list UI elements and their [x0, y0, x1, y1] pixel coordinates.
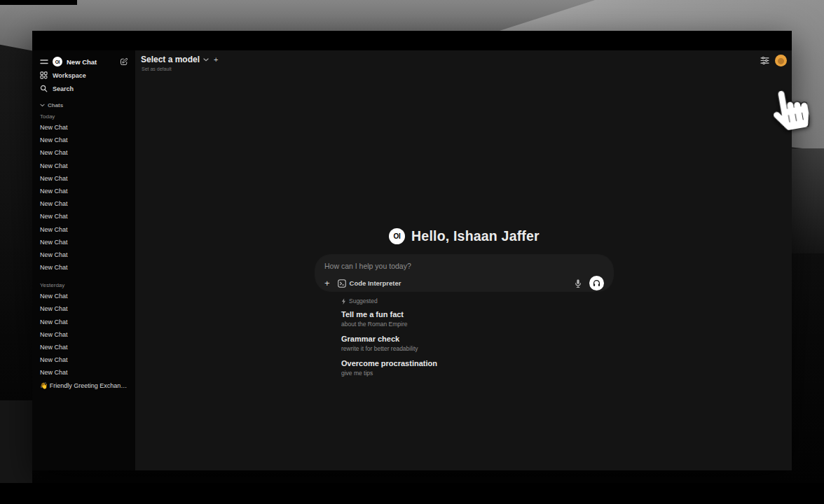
add-model-button[interactable]: + — [214, 56, 218, 64]
sidebar: OI New Chat Workspace — [32, 50, 135, 470]
suggested-list: Tell me a fun fact about the Roman Empir… — [341, 310, 613, 377]
chevron-down-icon — [40, 104, 45, 107]
chat-group-yesterday: Yesterday New ChatNew ChatNew ChatNew Ch… — [32, 278, 135, 392]
sidebar-item-search[interactable]: Search — [32, 82, 135, 95]
chat-list: New ChatNew ChatNew ChatNew ChatNew Chat… — [32, 121, 135, 274]
sidebar-item-workspace[interactable]: Workspace — [32, 69, 135, 82]
chat-group-label: Yesterday — [32, 278, 135, 290]
topbar-right — [760, 55, 787, 66]
user-avatar[interactable] — [775, 55, 787, 66]
chat-item[interactable]: New Chat — [32, 261, 135, 274]
home-content: OI Hello, Ishaan Jaffer How can I help y… — [315, 228, 613, 384]
chat-item[interactable]: 👋 Friendly Greeting Exchange — [32, 379, 135, 392]
set-as-default-button[interactable]: Set as default — [142, 66, 172, 71]
code-interpreter-label: Code Interpreter — [350, 279, 401, 287]
bolt-icon — [341, 298, 346, 304]
controls-button[interactable] — [760, 57, 769, 64]
suggested-prompt[interactable]: Tell me a fun fact about the Roman Empir… — [341, 310, 613, 328]
voice-input-button[interactable] — [575, 279, 582, 288]
chat-item[interactable]: New Chat — [32, 121, 135, 134]
chat-group-label: Today — [32, 109, 135, 121]
chat-item[interactable]: New Chat — [32, 354, 135, 366]
suggested-prompt-subtitle: rewrite it for better readability — [341, 344, 613, 353]
terminal-icon — [338, 279, 346, 288]
chat-item[interactable]: New Chat — [32, 248, 135, 261]
attach-button[interactable]: + — [324, 279, 330, 288]
topbar: Select a model + Set as default — [135, 50, 792, 71]
chat-item[interactable]: New Chat — [32, 185, 135, 197]
chat-item[interactable]: New Chat — [32, 328, 135, 341]
greeting: OI Hello, Ishaan Jaffer — [315, 228, 613, 244]
sidebar-header: OI New Chat — [32, 55, 135, 69]
suggested-prompts: Suggested Tell me a fun fact about the R… — [315, 298, 613, 377]
sidebar-title: New Chat — [67, 58, 116, 66]
model-selector-label: Select a model — [141, 55, 200, 64]
message-input[interactable]: How can I help you today? — [324, 262, 604, 270]
chat-group-today: Today New ChatNew ChatNew ChatNew ChatNe… — [32, 109, 135, 274]
suggested-prompt-title: Grammar check — [341, 335, 613, 344]
suggested-label: Suggested — [349, 298, 378, 304]
chat-item[interactable]: New Chat — [32, 316, 135, 328]
message-composer: How can I help you today? + Code Interpr… — [315, 255, 613, 291]
suggested-header: Suggested — [341, 298, 613, 304]
window-top-strip — [32, 31, 792, 50]
chat-item[interactable]: New Chat — [32, 341, 135, 354]
chats-section-toggle[interactable]: Chats — [32, 95, 135, 109]
suggested-prompt[interactable]: Overcome procrastination give me tips — [341, 359, 613, 377]
code-interpreter-toggle[interactable]: Code Interpreter — [338, 279, 401, 288]
chat-list: New ChatNew ChatNew ChatNew ChatNew Chat… — [32, 290, 135, 392]
voice-call-button[interactable] — [589, 276, 604, 290]
chat-item[interactable]: New Chat — [32, 223, 135, 236]
wallpaper-facet-right-lower — [792, 148, 824, 253]
model-selector[interactable]: Select a model — [141, 55, 209, 64]
chat-item[interactable]: New Chat — [32, 366, 135, 379]
chat-item[interactable]: New Chat — [32, 160, 135, 172]
chat-item[interactable]: New Chat — [32, 236, 135, 248]
chevron-down-icon — [203, 58, 209, 62]
chat-item[interactable]: New Chat — [32, 210, 135, 223]
workspace-icon — [40, 71, 48, 79]
suggested-prompt-title: Tell me a fun fact — [341, 310, 613, 319]
chat-item[interactable]: New Chat — [32, 197, 135, 210]
sidebar-toggle-icon — [40, 59, 48, 65]
app-logo: OI — [389, 228, 405, 244]
wallpaper-facet-bottom-left — [0, 400, 32, 483]
sliders-icon — [760, 57, 769, 64]
chat-item[interactable]: New Chat — [32, 146, 135, 159]
chat-item[interactable]: New Chat — [32, 302, 135, 315]
new-chat-icon — [120, 57, 128, 66]
main-area: Select a model + Set as default — [135, 50, 792, 470]
microphone-icon — [575, 279, 582, 288]
suggested-prompt[interactable]: Grammar check rewrite it for better read… — [341, 335, 613, 353]
sidebar-toggle-button[interactable] — [40, 59, 48, 65]
headphones-icon — [592, 279, 601, 288]
app-logo: OI — [53, 57, 62, 66]
app-window: OI New Chat Workspace — [32, 31, 792, 470]
new-chat-button[interactable] — [120, 57, 128, 66]
search-icon — [40, 85, 48, 92]
letterbox-corner — [0, 0, 77, 5]
sidebar-item-label: Workspace — [53, 72, 86, 79]
chat-item[interactable]: New Chat — [32, 134, 135, 146]
suggested-prompt-subtitle: about the Roman Empire — [341, 320, 613, 328]
sidebar-item-label: Search — [53, 85, 74, 92]
chat-item[interactable]: New Chat — [32, 290, 135, 302]
greeting-text: Hello, Ishaan Jaffer — [411, 228, 540, 244]
suggested-prompt-subtitle: give me tips — [341, 369, 613, 377]
chats-section-label: Chats — [48, 102, 63, 108]
suggested-prompt-title: Overcome procrastination — [341, 359, 613, 368]
chat-item[interactable]: New Chat — [32, 172, 135, 185]
desktop: OI New Chat Workspace — [0, 0, 824, 504]
